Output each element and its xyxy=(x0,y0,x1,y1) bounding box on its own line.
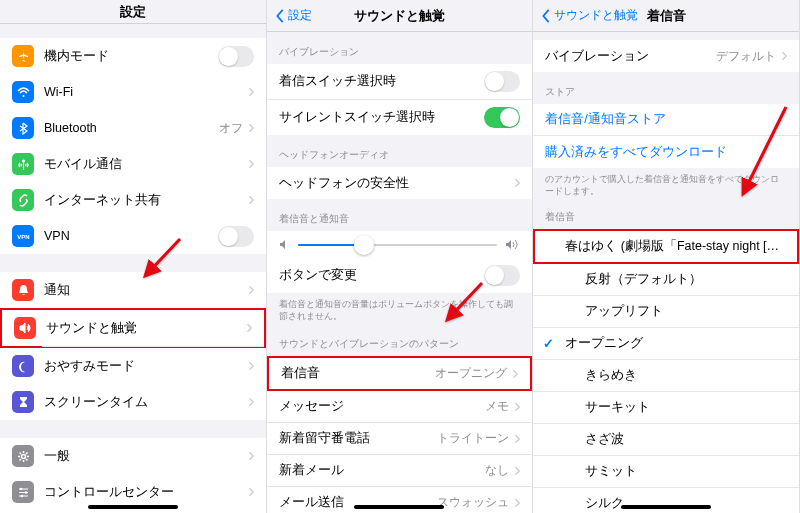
row-ringtone-option[interactable]: サーキット xyxy=(533,392,799,424)
sounds-haptics-screen: 設定 サウンドと触覚 バイブレーション 着信スイッチ選択時サイレントスイッチ選択… xyxy=(267,0,534,513)
row-ringtone-option[interactable]: きらめき xyxy=(533,360,799,392)
home-indicator xyxy=(354,505,444,509)
row-sound-pattern[interactable]: メール送信スウォッシュ xyxy=(267,487,533,513)
ringtone-screen: サウンドと触覚 着信音 バイブレーション デフォルト ストア 着信音/通知音スト… xyxy=(533,0,800,513)
row-antenna[interactable]: モバイル通信 xyxy=(0,146,266,182)
chevron-right-icon xyxy=(514,178,520,188)
chevron-right-icon xyxy=(248,87,254,97)
row-headphone-safety[interactable]: ヘッドフォンの安全性 xyxy=(267,167,533,199)
row-sound-pattern[interactable]: 新着留守番電話トライトーン xyxy=(267,423,533,455)
svg-point-1 xyxy=(22,159,25,162)
antenna-icon xyxy=(12,153,34,175)
chevron-right-icon xyxy=(248,285,254,295)
vpn-icon: VPN xyxy=(12,225,34,247)
section-footer: 着信音と通知音の音量はボリュームボタンを操作しても調節されません。 xyxy=(267,293,533,332)
speaker-high-icon xyxy=(505,239,520,250)
row-vibrate-switch[interactable]: サイレントスイッチ選択時 xyxy=(267,100,533,135)
nav-back[interactable]: サウンドと触覚 xyxy=(541,7,638,24)
hourglass-icon xyxy=(12,391,34,413)
row-custom-ringtone[interactable]: 春はゆく (劇場版「Fate-stay night [Heaven... xyxy=(533,229,799,264)
row-sound-pattern[interactable]: 着信音オープニング xyxy=(267,356,533,391)
switch[interactable] xyxy=(484,265,520,286)
row-ringtone-option[interactable]: サミット xyxy=(533,456,799,488)
row-vibration[interactable]: バイブレーション デフォルト xyxy=(533,40,799,72)
section-header-store: ストア xyxy=(533,72,799,104)
section-header-ringtones: 着信音 xyxy=(533,207,799,229)
row-ringtone-option[interactable]: 反射（デフォルト） xyxy=(533,264,799,296)
nav-bar: 設定 xyxy=(0,0,266,24)
svg-point-0 xyxy=(22,95,24,97)
row-moon[interactable]: おやすみモード xyxy=(0,348,266,384)
row-change-with-buttons[interactable]: ボタンで変更 xyxy=(267,258,533,293)
volume-slider-row[interactable] xyxy=(267,231,533,258)
chevron-right-icon xyxy=(248,159,254,169)
section-header-ringer: 着信音と通知音 xyxy=(267,199,533,231)
section-header-vibration: バイブレーション xyxy=(267,32,533,64)
row-wifi[interactable]: Wi-Fi xyxy=(0,74,266,110)
switch[interactable] xyxy=(484,107,520,128)
sliders-icon xyxy=(12,481,34,503)
switch[interactable] xyxy=(218,46,254,67)
row-vibrate-switch[interactable]: 着信スイッチ選択時 xyxy=(267,64,533,100)
nav-title: サウンドと触覚 xyxy=(354,7,445,25)
row-ringtone-option[interactable]: さざ波 xyxy=(533,424,799,456)
checkmark-icon: ✓ xyxy=(543,336,555,351)
chevron-right-icon xyxy=(514,402,520,412)
chevron-right-icon xyxy=(248,123,254,133)
nav-title: 着信音 xyxy=(647,7,686,25)
airplane-icon xyxy=(12,45,34,67)
row-ringtone-option[interactable]: ✓オープニング xyxy=(533,328,799,360)
section-footer: のアカウントで購入した着信音と通知音をすべてダウンロードします。 xyxy=(533,168,799,207)
chevron-right-icon xyxy=(246,323,252,333)
speaker-icon xyxy=(14,317,36,339)
bluetooth-icon xyxy=(12,117,34,139)
row-bell[interactable]: 通知 xyxy=(0,272,266,308)
svg-point-6 xyxy=(20,494,23,497)
row-ringtone-option[interactable]: アップリフト xyxy=(533,296,799,328)
row-sound-pattern[interactable]: 新着メールなし xyxy=(267,455,533,487)
settings-root-screen: 設定 機内モードWi-FiBluetoothオフモバイル通信インターネット共有V… xyxy=(0,0,267,513)
link-icon xyxy=(12,189,34,211)
switch[interactable] xyxy=(484,71,520,92)
svg-point-3 xyxy=(21,454,25,458)
chevron-right-icon xyxy=(514,466,520,476)
switch[interactable] xyxy=(218,226,254,247)
row-tone-store[interactable]: 着信音/通知音ストア xyxy=(533,104,799,136)
wifi-icon xyxy=(12,81,34,103)
row-vpn[interactable]: VPNVPN xyxy=(0,218,266,254)
row-link[interactable]: インターネット共有 xyxy=(0,182,266,218)
chevron-right-icon xyxy=(248,397,254,407)
row-speaker[interactable]: サウンドと触覚 xyxy=(0,308,266,348)
chevron-right-icon xyxy=(248,195,254,205)
nav-title: 設定 xyxy=(120,3,146,21)
home-indicator xyxy=(621,505,711,509)
chevron-right-icon xyxy=(514,498,520,508)
row-gear[interactable]: 一般 xyxy=(0,438,266,474)
chevron-right-icon xyxy=(248,487,254,497)
speaker-low-icon xyxy=(279,239,290,250)
row-bluetooth[interactable]: Bluetoothオフ xyxy=(0,110,266,146)
row-download-all[interactable]: 購入済みをすべてダウンロード xyxy=(533,136,799,168)
nav-bar: 設定 サウンドと触覚 xyxy=(267,0,533,32)
chevron-right-icon xyxy=(248,451,254,461)
svg-point-4 xyxy=(19,487,22,490)
chevron-right-icon xyxy=(781,51,787,61)
svg-point-5 xyxy=(24,491,27,494)
row-airplane[interactable]: 機内モード xyxy=(0,38,266,74)
section-header-patterns: サウンドとバイブレーションのパターン xyxy=(267,332,533,356)
moon-icon xyxy=(12,355,34,377)
volume-slider[interactable] xyxy=(298,244,498,246)
bell-icon xyxy=(12,279,34,301)
chevron-right-icon xyxy=(514,434,520,444)
section-header-headphone: ヘッドフォンオーディオ xyxy=(267,135,533,167)
nav-bar: サウンドと触覚 着信音 xyxy=(533,0,799,32)
row-ringtone-option[interactable]: シルク xyxy=(533,488,799,513)
svg-text:VPN: VPN xyxy=(17,234,29,240)
chevron-right-icon xyxy=(248,361,254,371)
row-sound-pattern[interactable]: メッセージメモ xyxy=(267,391,533,423)
row-hourglass[interactable]: スクリーンタイム xyxy=(0,384,266,420)
nav-back[interactable]: 設定 xyxy=(275,7,312,24)
home-indicator xyxy=(88,505,178,509)
chevron-right-icon xyxy=(512,369,518,379)
gear-icon xyxy=(12,445,34,467)
